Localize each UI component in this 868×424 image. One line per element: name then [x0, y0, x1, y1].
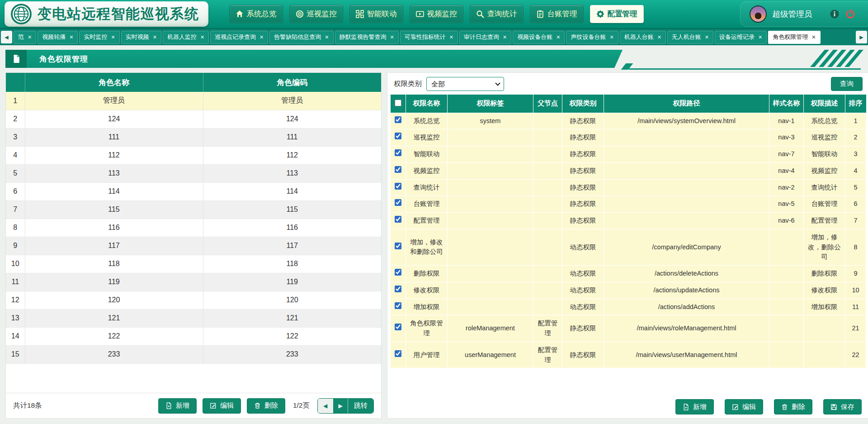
tab-close-icon[interactable]: ✕ — [657, 34, 661, 40]
tab[interactable]: 实时监控✕ — [79, 31, 119, 44]
tab-close-icon[interactable]: ✕ — [200, 34, 204, 40]
tab-close-icon[interactable]: ✕ — [705, 34, 709, 40]
select-all-checkbox[interactable] — [395, 100, 401, 106]
nav-button-home[interactable]: 系统总览 — [229, 5, 283, 23]
tab-close-icon[interactable]: ✕ — [69, 34, 73, 40]
tab[interactable]: 可靠性指标统计✕ — [400, 31, 458, 44]
tab[interactable]: 机器人台账✕ — [620, 31, 666, 44]
role-add-button[interactable]: 新增 — [158, 398, 197, 414]
next-page-button[interactable]: ▶ — [333, 399, 348, 413]
permission-style-cell — [769, 282, 804, 299]
nav-button-clipboard[interactable]: 台账管理 — [530, 5, 584, 23]
permission-order-cell: 4 — [845, 162, 866, 179]
role-table-row[interactable]: 2124124 — [6, 110, 381, 128]
nav-button-gear[interactable]: 配置管理 — [590, 5, 644, 23]
tab[interactable]: 声纹设备台账✕ — [566, 31, 618, 44]
row-index: 1 — [6, 92, 25, 110]
role-table-row[interactable]: 10118118 — [6, 255, 381, 273]
role-edit-button[interactable]: 编辑 — [203, 398, 241, 414]
prev-page-button[interactable]: ◀ — [318, 399, 333, 413]
role-table-row[interactable]: 8116116 — [6, 219, 381, 237]
tab-close-icon[interactable]: ✕ — [609, 34, 613, 40]
row-select-checkbox[interactable] — [395, 199, 401, 206]
nav-button-link-grid[interactable]: 智能联动 — [349, 5, 403, 23]
tabs-scroll-right-button[interactable]: ▶ — [856, 31, 867, 43]
tab-close-icon[interactable]: ✕ — [556, 34, 560, 40]
row-select-checkbox[interactable] — [395, 216, 401, 223]
tab[interactable]: 角色权限管理✕ — [768, 31, 820, 44]
tab[interactable]: 范✕ — [14, 31, 36, 44]
tab-close-icon[interactable]: ✕ — [503, 34, 507, 40]
tab-close-icon[interactable]: ✕ — [758, 34, 762, 40]
avatar[interactable] — [750, 5, 767, 23]
permission-delete-button[interactable]: 删除 — [774, 399, 812, 414]
role-table-row[interactable]: 15233233 — [6, 345, 381, 363]
tab-close-icon[interactable]: ✕ — [325, 34, 329, 40]
tabs-scroll-left-button[interactable]: ◀ — [1, 31, 12, 43]
nav-button-eye[interactable]: 巡视监控 — [289, 5, 343, 23]
tab[interactable]: 审计日志查询✕ — [459, 31, 511, 44]
row-select-checkbox[interactable] — [395, 286, 401, 292]
info-icon[interactable] — [830, 9, 840, 19]
permission-save-button[interactable]: 保存 — [823, 399, 862, 414]
permission-table-row: 修改权限动态权限/actions/updateActions修改权限10 — [391, 282, 866, 299]
tab-close-icon[interactable]: ✕ — [153, 34, 157, 40]
permission-style-cell: nav-7 — [769, 146, 804, 163]
tab-close-icon[interactable]: ✕ — [449, 34, 453, 40]
permission-style-cell: nav-6 — [769, 213, 804, 229]
permission-category-select[interactable]: 全部 — [426, 77, 504, 91]
permission-order-cell: 2 — [845, 129, 866, 146]
permission-category-cell: 动态权限 — [562, 299, 604, 315]
role-name-cell: 233 — [25, 345, 203, 363]
role-table-row[interactable]: 3111111 — [6, 128, 381, 146]
role-table-row[interactable]: 5113113 — [6, 164, 381, 182]
permission-parent-cell — [533, 282, 562, 299]
power-icon[interactable] — [845, 9, 855, 19]
permission-add-button[interactable]: 新增 — [675, 399, 714, 414]
tab[interactable]: 告警缺陷信息查询✕ — [269, 31, 333, 44]
nav-button-video[interactable]: 视频监控 — [410, 5, 463, 23]
row-select-checkbox[interactable] — [395, 133, 401, 139]
tab-close-icon[interactable]: ✕ — [28, 34, 32, 40]
role-table-row[interactable]: 1管理员管理员 — [6, 92, 381, 110]
tab-label: 实时视频 — [126, 33, 149, 41]
row-select-checkbox[interactable] — [395, 269, 401, 276]
tab[interactable]: 实时视频✕ — [121, 31, 161, 44]
row-select-checkbox[interactable] — [395, 116, 401, 123]
tab-close-icon[interactable]: ✕ — [390, 34, 394, 40]
tab[interactable]: 静默监视告警查询✕ — [335, 31, 399, 44]
role-table-row[interactable]: 12120120 — [6, 291, 381, 309]
row-select-checkbox[interactable] — [395, 243, 401, 249]
role-table-row[interactable]: 13121121 — [6, 309, 381, 327]
tab[interactable]: 机器人监控✕ — [163, 31, 209, 44]
tab[interactable]: 无人机台账✕ — [667, 31, 713, 44]
role-table-row[interactable]: 11119119 — [6, 273, 381, 291]
tab[interactable]: 视频设备台账✕ — [513, 31, 565, 44]
role-delete-button[interactable]: 删除 — [247, 398, 285, 414]
jump-page-button[interactable]: 跳转 — [348, 399, 373, 413]
permission-category-cell: 静态权限 — [562, 146, 604, 163]
row-select-checkbox[interactable] — [395, 166, 401, 173]
role-table-row[interactable]: 7115115 — [6, 200, 381, 219]
role-table-row[interactable]: 6114114 — [6, 182, 381, 200]
role-table-row[interactable]: 4112112 — [6, 146, 381, 164]
row-select-checkbox[interactable] — [395, 302, 401, 309]
row-select-checkbox[interactable] — [395, 183, 401, 190]
video-icon — [416, 10, 424, 18]
row-select-checkbox[interactable] — [395, 324, 401, 330]
search-button[interactable]: 查询 — [831, 77, 863, 91]
tab-close-icon[interactable]: ✕ — [111, 34, 115, 40]
tab[interactable]: 视频轮播✕ — [38, 31, 78, 44]
tab-close-icon[interactable]: ✕ — [259, 34, 264, 40]
role-table-row[interactable]: 9117117 — [6, 237, 381, 255]
tab[interactable]: 巡视点记录查询✕ — [210, 31, 268, 44]
page-title: 角色权限管理 — [39, 54, 88, 64]
tab[interactable]: 设备运维记录✕ — [715, 31, 767, 44]
nav-button-search[interactable]: 查询统计 — [470, 5, 524, 23]
permission-edit-button[interactable]: 编辑 — [725, 399, 763, 414]
tab-close-icon[interactable]: ✕ — [811, 34, 816, 40]
row-select-checkbox[interactable] — [395, 149, 401, 156]
row-select-checkbox[interactable] — [395, 350, 401, 357]
role-table-row[interactable]: 14122122 — [6, 327, 381, 345]
save-icon — [830, 404, 837, 410]
